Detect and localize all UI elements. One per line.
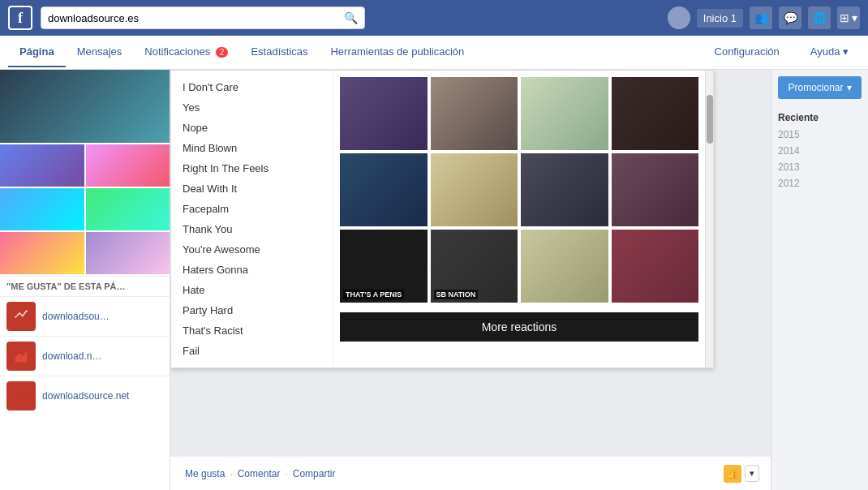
reciente-label: Reciente [778, 112, 862, 123]
topbar: f 🔍 Inicio 1 👥 💬 🌐 ⊞ ▾ [0, 0, 868, 36]
grid-cell-11[interactable] [521, 230, 608, 303]
sidebar-main-image [0, 70, 170, 143]
reaction-thats-racist[interactable]: That's Racist [171, 320, 333, 341]
grid-cell-6[interactable] [431, 153, 518, 226]
search-input[interactable] [48, 12, 344, 24]
promocionar-button[interactable]: Promocionar ▾ [778, 76, 862, 99]
year-section: Reciente 2015 2014 2013 2012 [778, 112, 862, 191]
grid-cell-7[interactable] [521, 153, 608, 226]
reaction-deal-with-it[interactable]: Deal With It [171, 178, 333, 199]
post-actions: Me gusta · Comentar · Compartir 👍 ▾ [170, 456, 771, 490]
reaction-image-grid: THAT'S A PENIS SB NATION [333, 71, 705, 309]
sidebar-img-6 [86, 232, 170, 274]
right-sidebar: Promocionar ▾ Reciente 2015 2014 2013 20… [771, 70, 868, 490]
reaction-mind-blown[interactable]: Mind Blown [171, 138, 333, 158]
tab-notificaciones[interactable]: Notificaciones 2 [133, 37, 239, 67]
me-gusta-icon-2 [6, 342, 36, 371]
nav-home[interactable]: Inicio 1 [697, 9, 743, 28]
scrollbar-track[interactable] [705, 71, 713, 368]
search-icon: 🔍 [344, 11, 358, 24]
compartir-action[interactable]: Compartir [290, 468, 339, 479]
nav-friends-icon[interactable]: 👥 [750, 6, 772, 29]
year-2014[interactable]: 2014 [778, 143, 862, 159]
me-gusta-name-2: download.n… [42, 350, 101, 362]
tab-ayuda[interactable]: Ayuda ▾ [799, 37, 860, 67]
reaction-dropdown: I Don't Care Yes Nope Mind Blown Right I… [170, 70, 714, 368]
reaction-haters-gonna[interactable]: Haters Gonna [171, 260, 333, 280]
tab-right: Configuración Ayuda ▾ [703, 37, 860, 67]
year-2012[interactable]: 2012 [778, 175, 862, 191]
fb-logo: f [8, 6, 32, 30]
tab-estadisticas[interactable]: Estadísticas [239, 37, 319, 67]
post-action-right: 👍 ▾ [724, 465, 759, 483]
reaction-party-hard[interactable]: Party Hard [171, 300, 333, 320]
reaction-yes[interactable]: Yes [171, 97, 333, 118]
grid-cell-3[interactable] [521, 77, 608, 150]
main-layout: "ME GUSTA" DE ESTA PÁ… downloadsou… down… [0, 70, 868, 490]
more-reactions-button[interactable]: More reactions [340, 312, 698, 342]
left-sidebar: "ME GUSTA" DE ESTA PÁ… downloadsou… down… [0, 70, 170, 490]
reaction-right-in-the-feels[interactable]: Right In The Feels [171, 158, 333, 178]
sidebar-img-2 [86, 144, 170, 187]
sidebar-img-3 [0, 188, 84, 230]
me-gusta-label: "ME GUSTA" DE ESTA PÁ… [6, 282, 126, 291]
sidebar-img-1 [0, 144, 84, 187]
nav-settings-icon[interactable]: ⊞ ▾ [837, 6, 860, 29]
sidebar-img-4 [86, 188, 170, 230]
me-gusta-name-3: downloadsource.net [42, 390, 129, 402]
reaction-i-dont-care[interactable]: I Don't Care [171, 77, 333, 97]
center-content: I Don't Care Yes Nope Mind Blown Right I… [170, 70, 771, 490]
me-gusta-item-3[interactable]: downloadsource.net [0, 376, 170, 415]
me-gusta-name-1: downloadsou… [42, 311, 110, 322]
nav-messages-icon[interactable]: 💬 [779, 6, 801, 29]
topbar-right: Inicio 1 👥 💬 🌐 ⊞ ▾ [668, 6, 860, 29]
sep-1: · [230, 468, 232, 479]
grid-cell-8[interactable] [612, 153, 699, 226]
me-gusta-icon-1 [6, 302, 36, 331]
sidebar-img-5 [0, 232, 84, 274]
chevron-down-icon: ▾ [847, 82, 852, 93]
grid-cell-5[interactable] [340, 153, 428, 226]
reaction-hate[interactable]: Hate [171, 280, 333, 300]
year-2013[interactable]: 2013 [778, 159, 862, 175]
notif-badge: 2 [216, 47, 229, 58]
post-arrow-btn[interactable]: ▾ [745, 465, 759, 482]
grid-cell-2[interactable] [431, 77, 518, 150]
tab-mensajes[interactable]: Mensajes [66, 37, 134, 67]
me-gusta-section-label: "ME GUSTA" DE ESTA PÁ… [0, 276, 170, 296]
reaction-list: I Don't Care Yes Nope Mind Blown Right I… [171, 71, 333, 368]
reaction-youre-awesome[interactable]: You're Awesome [171, 239, 333, 260]
me-gusta-action[interactable]: Me gusta [182, 468, 228, 479]
me-gusta-item-2[interactable]: download.n… [0, 336, 170, 376]
search-bar[interactable]: 🔍 [41, 6, 365, 29]
tab-herramientas[interactable]: Herramientas de publicación [319, 37, 475, 67]
reaction-facepalm[interactable]: Facepalm [171, 199, 333, 219]
tab-pagina[interactable]: Página [8, 37, 66, 67]
reaction-thank-you[interactable]: Thank You [171, 219, 333, 239]
reaction-fail[interactable]: Fail [171, 341, 333, 361]
me-gusta-icon-3 [6, 381, 36, 410]
avatar [668, 6, 690, 29]
sidebar-image-grid [0, 144, 170, 274]
like-icon: 👍 [724, 465, 741, 483]
scrollbar-thumb [707, 95, 713, 144]
grid-cell-4[interactable] [612, 77, 699, 150]
year-2015[interactable]: 2015 [778, 127, 862, 143]
grid-cell-1[interactable] [340, 77, 428, 150]
reaction-nope[interactable]: Nope [171, 118, 333, 138]
reaction-grid-area: THAT'S A PENIS SB NATION More reactions [333, 71, 713, 368]
grid-cell-10[interactable]: SB NATION [431, 230, 518, 303]
sep-2: · [285, 468, 287, 479]
grid-cell-9[interactable]: THAT'S A PENIS [340, 230, 428, 303]
page-tabs: Página Mensajes Notificaciones 2 Estadís… [0, 36, 868, 70]
tab-configuracion[interactable]: Configuración [703, 37, 791, 67]
svg-marker-1 [15, 350, 28, 363]
nav-globe-icon[interactable]: 🌐 [808, 6, 831, 29]
grid-cell-12[interactable] [612, 230, 699, 303]
me-gusta-item-1[interactable]: downloadsou… [0, 296, 170, 336]
svg-marker-2 [15, 390, 28, 402]
comentar-action[interactable]: Comentar [234, 468, 284, 479]
